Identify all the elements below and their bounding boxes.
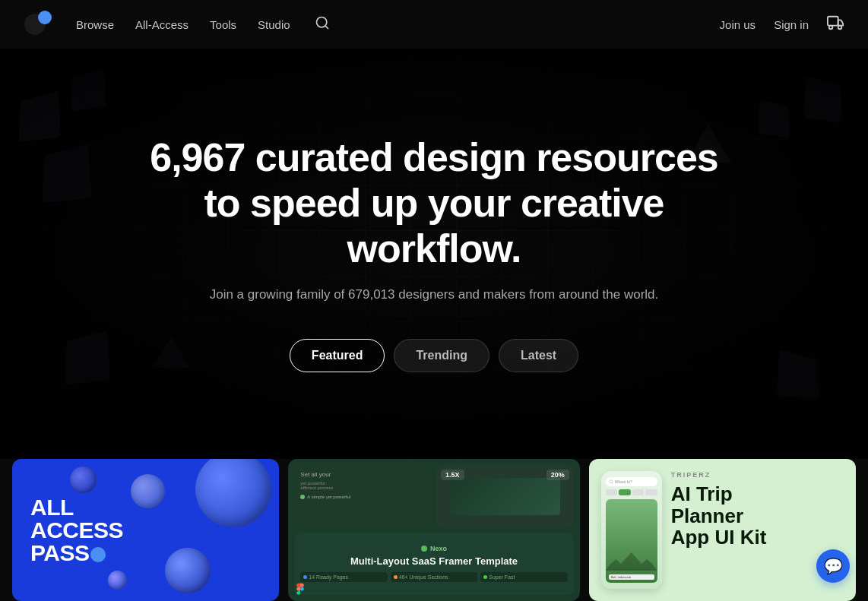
nexo-title: Multi-Layout SaaS Framer Template	[350, 555, 518, 568]
card-all-access[interactable]: ALL ACCESS PASS	[12, 459, 279, 601]
search-button[interactable]	[315, 15, 330, 34]
logo-blue-circle	[38, 11, 52, 24]
chat-icon: 💬	[824, 557, 843, 575]
sphere-2	[165, 548, 211, 593]
chat-bubble[interactable]: 💬	[816, 549, 850, 583]
stat1-label: 14 Ready Pages	[309, 574, 348, 580]
card-nexo[interactable]: Set all your yet powerful efficient proc…	[288, 459, 579, 601]
hero-subtitle: Join a growing family of 679,013 designe…	[145, 287, 723, 302]
figma-icon	[294, 583, 306, 595]
nav-link-all-access[interactable]: All-Access	[135, 18, 188, 31]
phone-mockup: Where to? Bali, Indonesia	[601, 471, 662, 589]
card-triperz[interactable]: Where to? Bali, Indonesia	[589, 459, 856, 601]
nav-links: Browse All-Access Tools Studio	[76, 18, 290, 31]
card-1-text: ALL ACCESS PASS	[30, 496, 123, 565]
svg-point-3	[829, 25, 833, 29]
craft-logo-inline	[90, 547, 106, 562]
logo-icon	[24, 11, 52, 38]
card-1-title-line2: ACCESS	[30, 519, 123, 542]
svg-rect-2	[828, 16, 838, 25]
nexo-tag: Nexo	[430, 545, 447, 552]
sphere-3	[131, 474, 165, 508]
phone-location-text: Bali, Indonesia	[611, 575, 631, 579]
phone-search-icon	[609, 479, 613, 484]
hero-content: 6,967 curated design resources to speed …	[145, 135, 723, 372]
card-1-title-line3: PASS	[30, 542, 123, 565]
tab-featured[interactable]: Featured	[290, 339, 385, 372]
nav-link-studio[interactable]: Studio	[258, 18, 290, 31]
hero-title: 6,967 curated design resources to speed …	[145, 135, 723, 271]
sphere-1	[195, 459, 271, 527]
hero-section: 6,967 curated design resources to speed …	[0, 49, 868, 459]
svg-point-4	[838, 25, 842, 29]
stat2-label: 46+ Unique Sections	[399, 574, 448, 580]
cards-section: ALL ACCESS PASS Set all your yet powerfu…	[0, 459, 868, 601]
cart-icon[interactable]	[827, 14, 844, 35]
svg-line-6	[612, 482, 613, 483]
nav-link-tools[interactable]: Tools	[210, 18, 236, 31]
triperz-title: AI Trip Planner App UI Kit	[671, 483, 844, 549]
nav-link-browse[interactable]: Browse	[76, 18, 114, 31]
nav-right: Join us Sign in	[720, 14, 844, 35]
join-us-link[interactable]: Join us	[720, 18, 756, 31]
sphere-4	[108, 571, 127, 590]
svg-point-5	[609, 480, 612, 483]
logo[interactable]	[24, 11, 52, 38]
sign-in-link[interactable]: Sign in	[774, 18, 809, 31]
sphere-5	[70, 467, 97, 493]
tab-trending[interactable]: Trending	[394, 339, 489, 372]
tab-latest[interactable]: Latest	[499, 339, 578, 372]
nav-left: Browse All-Access Tools Studio	[24, 11, 330, 38]
svg-line-1	[325, 25, 328, 28]
card-1-title-line1: ALL	[30, 496, 123, 519]
stat3-label: Super Fast	[489, 574, 515, 580]
tab-group: Featured Trending Latest	[145, 339, 723, 372]
phone-search-text: Where to?	[615, 479, 632, 484]
navbar: Browse All-Access Tools Studio Join us S…	[0, 0, 868, 49]
triperz-brand: TRIPERZ	[671, 471, 844, 479]
